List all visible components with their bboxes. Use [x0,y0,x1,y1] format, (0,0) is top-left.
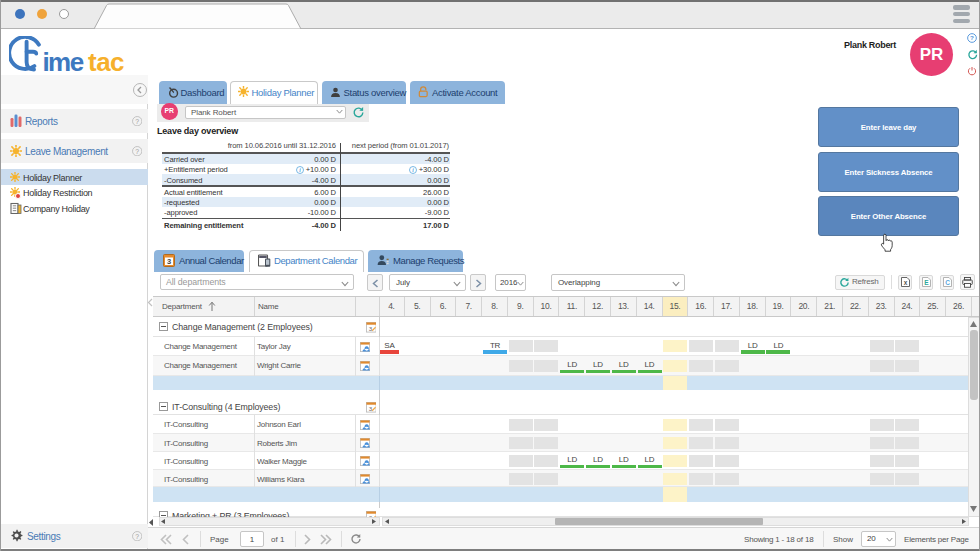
svg-text:x: x [903,279,907,286]
svg-text:3: 3 [368,325,372,332]
svg-text:?: ? [135,532,139,539]
svg-text:?: ? [135,147,139,154]
svg-text:i: i [299,167,301,173]
svg-text:3: 3 [167,257,171,266]
svg-text:E: E [924,279,929,286]
svg-text:C: C [945,279,950,286]
svg-text:i: i [412,167,414,173]
svg-text:?: ? [970,34,974,41]
svg-text:tac: tac [88,47,124,77]
svg-text:3: 3 [368,405,372,412]
svg-text:?: ? [135,117,139,124]
svg-text:ime: ime [43,47,84,77]
